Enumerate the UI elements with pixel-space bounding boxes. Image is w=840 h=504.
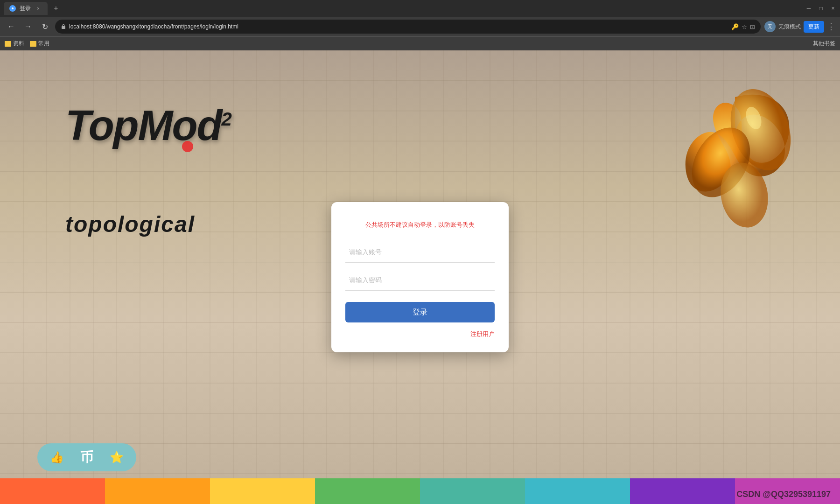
title-bar-left: 登录 × +: [4, 2, 62, 15]
login-button[interactable]: 登录: [345, 302, 495, 322]
svg-rect-2: [62, 26, 65, 29]
browser-chrome: 登录 × + ─ □ × ← → ↻ localhost:8080/wangsh…: [0, 0, 840, 50]
profile-label: 无痕模式: [778, 23, 801, 31]
other-bookmarks-label: 其他书签: [813, 40, 835, 48]
bookmark-item-common[interactable]: 常用: [30, 40, 49, 48]
update-button[interactable]: 更新: [804, 21, 824, 33]
tab-favicon: [9, 5, 16, 12]
3d-knot-object: [653, 60, 817, 246]
color-block-7: [630, 478, 735, 504]
topmod-title: TopMod2: [65, 102, 231, 150]
address-bar-input-wrap[interactable]: localhost:8080/wangshangxitongdiaocha/fr…: [55, 20, 761, 34]
bookmark-label: 资料: [13, 40, 24, 48]
address-bar: ← → ↻ localhost:8080/wangshangxitongdiao…: [0, 17, 840, 36]
other-bookmarks[interactable]: 其他书签: [813, 40, 835, 48]
topmod-sup: 2: [222, 109, 231, 129]
social-bar: 👍 币 ⭐: [37, 443, 136, 471]
tab-close-btn[interactable]: ×: [35, 5, 42, 12]
topological-label: topological: [65, 212, 195, 237]
maximize-btn[interactable]: □: [818, 5, 824, 12]
password-group: [345, 270, 495, 291]
key-icon[interactable]: 🔑: [731, 23, 739, 30]
close-btn[interactable]: ×: [830, 5, 836, 12]
topmod-text: TopMod: [65, 102, 222, 149]
browser-tab[interactable]: 登录 ×: [4, 2, 48, 15]
folder-icon: [30, 41, 36, 47]
profile-icon: 无: [764, 21, 776, 32]
topological-text: topological: [65, 211, 195, 237]
folder-icon: [5, 41, 11, 47]
bookmarks-bar: 资料 常用 其他书签: [0, 36, 840, 50]
password-input[interactable]: [345, 270, 495, 291]
username-group: [345, 242, 495, 263]
tab-title: 登录: [20, 5, 31, 13]
title-bar-right: ─ □ ×: [805, 5, 836, 12]
refresh-btn[interactable]: ↻: [38, 20, 51, 33]
cursor-indicator: [182, 141, 193, 152]
knot-svg: [653, 60, 817, 246]
color-block-5: [420, 478, 525, 504]
title-bar: 登录 × + ─ □ ×: [0, 0, 840, 17]
sidebar-icon[interactable]: ⊡: [750, 23, 755, 30]
star-favorite-icon[interactable]: ⭐: [106, 447, 127, 468]
bookmark-label: 常用: [38, 40, 49, 48]
register-link[interactable]: 注册用户: [345, 330, 495, 338]
url-display: localhost:8080/wangshangxitongdiaocha/fr…: [69, 23, 728, 30]
profile-area: 无 无痕模式: [764, 21, 801, 32]
csdn-watermark: CSDN @QQ3295391197: [736, 490, 831, 499]
warning-text: 公共场所不建议自动登录，以防账号丢失: [345, 221, 495, 229]
color-block-2: [105, 478, 210, 504]
color-block-3: [210, 478, 315, 504]
browser-right-controls: 无 无痕模式 更新 ⋮: [764, 21, 835, 33]
color-block-6: [525, 478, 630, 504]
like-icon[interactable]: 👍: [47, 447, 67, 468]
new-tab-btn[interactable]: +: [50, 3, 62, 14]
page-background: TopMod2 topological: [0, 50, 840, 504]
color-block-1: [0, 478, 105, 504]
svg-point-1: [12, 7, 14, 9]
lock-icon: [61, 24, 66, 29]
extensions-icon[interactable]: ⋮: [827, 21, 835, 32]
forward-btn[interactable]: →: [21, 20, 35, 33]
minimize-btn[interactable]: ─: [805, 5, 812, 12]
star-icon[interactable]: ☆: [742, 23, 747, 30]
bookmark-item-resources[interactable]: 资料: [5, 40, 24, 48]
address-icons: 🔑 ☆ ⊡: [731, 23, 755, 30]
username-input[interactable]: [345, 242, 495, 263]
color-block-4: [315, 478, 420, 504]
color-blocks-bar: [0, 478, 840, 504]
back-btn[interactable]: ←: [5, 20, 18, 33]
coin-icon[interactable]: 币: [77, 447, 97, 468]
login-modal: 公共场所不建议自动登录，以防账号丢失 登录 注册用户: [331, 202, 509, 352]
